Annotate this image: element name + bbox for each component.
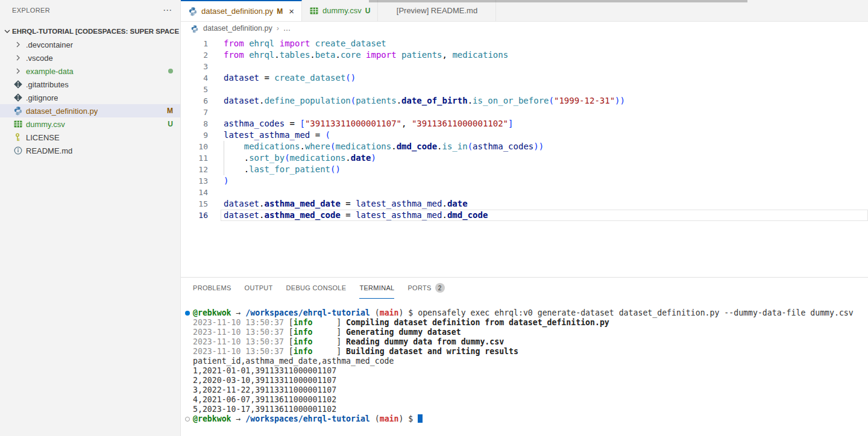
workspace-root-label: EHRQL-TUTORIAL [CODESPACES: SUPER SPACE … bbox=[12, 28, 180, 35]
code-line-3[interactable]: 3 bbox=[181, 61, 868, 72]
panel-tab-problems[interactable]: PROBLEMS bbox=[193, 278, 231, 299]
code-text: .sort_by(medications.date) bbox=[224, 152, 376, 164]
line-number: 7 bbox=[181, 107, 208, 118]
explorer-sidebar: EXPLORER ⋯ EHRQL-TUTORIAL [CODESPACES: S… bbox=[0, 0, 181, 436]
line-number: 5 bbox=[181, 84, 208, 95]
gutter-gap bbox=[208, 129, 224, 141]
panel-tab-ports[interactable]: PORTS2 bbox=[407, 278, 444, 299]
folder-item-.vscode[interactable]: .vscode bbox=[0, 51, 180, 64]
code-text: from ehrql import create_dataset bbox=[224, 38, 386, 49]
git-icon bbox=[13, 79, 23, 89]
code-line-8[interactable]: 8asthma_codes = ["39113311000001107", "3… bbox=[181, 118, 868, 129]
code-line-9[interactable]: 9latest_asthma_med = ( bbox=[181, 129, 868, 141]
code-line-1[interactable]: 1from ehrql import create_dataset bbox=[181, 38, 868, 49]
panel-tab-terminal[interactable]: TERMINAL bbox=[359, 278, 394, 299]
breadcrumb-separator: › bbox=[277, 24, 279, 33]
ports-count-badge: 2 bbox=[435, 283, 445, 293]
breadcrumb-file[interactable]: dataset_definition.py bbox=[203, 24, 272, 33]
file-label: .gitattributes bbox=[26, 80, 69, 89]
workspace-root-item[interactable]: EHRQL-TUTORIAL [CODESPACES: SUPER SPACE … bbox=[0, 25, 180, 38]
gutter-gap bbox=[208, 175, 224, 187]
terminal-line-10[interactable]: 4,2021-06-07,39113611000001102 bbox=[193, 395, 868, 405]
code-text: dataset.define_population(patients.date_… bbox=[224, 95, 625, 107]
git-status-badge: M bbox=[167, 107, 173, 115]
gutter-gap bbox=[208, 107, 224, 118]
panel-tab-label: PROBLEMS bbox=[193, 284, 231, 291]
terminal-line-1[interactable]: @rebkwok → /workspaces/ehrql-tutorial (m… bbox=[193, 308, 868, 318]
file-item-LICENSE[interactable]: LICENSE bbox=[0, 131, 180, 144]
git-status-badge: U bbox=[365, 7, 371, 15]
code-line-6[interactable]: 6dataset.define_population(patients.date… bbox=[181, 95, 868, 107]
panel-tab-debug-console[interactable]: DEBUG CONSOLE bbox=[286, 278, 347, 299]
terminal[interactable]: @rebkwok → /workspaces/ehrql-tutorial (m… bbox=[181, 299, 868, 424]
gutter-gap bbox=[208, 152, 224, 164]
code-line-2[interactable]: 2from ehrql.tables.beta.core import pati… bbox=[181, 49, 868, 61]
terminal-cursor bbox=[418, 414, 423, 423]
terminal-line-7[interactable]: 1,2021-01-01,39113311000001107 bbox=[193, 366, 868, 376]
file-label: example-data bbox=[26, 67, 74, 76]
terminal-line-3[interactable]: 2023-11-10 13:50:37 [info ] Generating d… bbox=[193, 328, 868, 337]
gutter-gap bbox=[208, 210, 224, 221]
terminal-line-9[interactable]: 3,2022-11-22,39113311000001107 bbox=[193, 385, 868, 395]
file-item-dummy.csv[interactable]: dummy.csvU bbox=[0, 117, 180, 131]
csv-icon bbox=[309, 6, 319, 16]
csv-icon bbox=[13, 119, 23, 129]
file-label: README.md bbox=[26, 146, 72, 155]
panel-tab-bar: PROBLEMSOUTPUTDEBUG CONSOLETERMINALPORTS… bbox=[181, 278, 868, 299]
panel-tab-output[interactable]: OUTPUT bbox=[245, 278, 273, 299]
explorer-header: EXPLORER ⋯ bbox=[0, 0, 180, 20]
code-line-13[interactable]: 13) bbox=[181, 175, 868, 187]
file-label: dataset_definition.py bbox=[26, 107, 98, 116]
gutter-gap bbox=[208, 84, 224, 95]
code-line-16[interactable]: 16dataset.asthma_med_code = latest_asthm… bbox=[181, 210, 868, 221]
folder-item-.devcontainer[interactable]: .devcontainer bbox=[0, 38, 180, 51]
tab-dummy.csv[interactable]: dummy.csvU bbox=[302, 0, 378, 21]
terminal-line-12[interactable]: @rebkwok → /workspaces/ehrql-tutorial (m… bbox=[193, 414, 868, 424]
breadcrumb-more[interactable]: … bbox=[283, 24, 291, 33]
code-line-5[interactable]: 5 bbox=[181, 84, 868, 95]
terminal-line-4[interactable]: 2023-11-10 13:50:37 [info ] Reading dumm… bbox=[193, 337, 868, 347]
code-editor[interactable]: 1from ehrql import create_dataset2from e… bbox=[181, 35, 868, 277]
panel-tab-label: OUTPUT bbox=[245, 284, 273, 291]
file-item-.gitignore[interactable]: .gitignore bbox=[0, 91, 180, 104]
code-line-15[interactable]: 15dataset.asthma_med_date = latest_asthm… bbox=[181, 198, 868, 210]
line-number: 4 bbox=[181, 72, 208, 84]
git-status-badge: M bbox=[277, 7, 283, 16]
terminal-line-8[interactable]: 2,2020-03-10,39113311000001107 bbox=[193, 376, 868, 385]
terminal-line-6[interactable]: patient_id,asthma_med_date,asthma_med_co… bbox=[193, 357, 868, 366]
gutter-gap bbox=[208, 198, 224, 210]
close-icon[interactable]: × bbox=[289, 6, 294, 16]
terminal-line-11[interactable]: 5,2023-10-17,39113611000001102 bbox=[193, 405, 868, 414]
code-text: .last_for_patient() bbox=[224, 164, 341, 175]
code-text: from ehrql.tables.beta.core import patie… bbox=[224, 49, 508, 61]
more-actions-icon[interactable]: ⋯ bbox=[163, 7, 172, 13]
file-label: .gitignore bbox=[26, 93, 58, 102]
line-number: 13 bbox=[181, 175, 208, 187]
code-line-11[interactable]: 11 .sort_by(medications.date) bbox=[181, 152, 868, 164]
file-item-dataset_definition.py[interactable]: dataset_definition.pyM bbox=[0, 104, 180, 117]
untracked-dot-badge bbox=[168, 69, 173, 73]
file-item-.gitattributes[interactable]: .gitattributes bbox=[0, 78, 180, 91]
code-line-14[interactable]: 14 bbox=[181, 187, 868, 198]
python-icon bbox=[188, 7, 198, 16]
tab-scrollbar[interactable] bbox=[369, 0, 747, 2]
tab-dataset-definition.py[interactable]: dataset_definition.pyM× bbox=[181, 0, 302, 21]
git-status-badge: U bbox=[168, 120, 173, 128]
gutter-gap bbox=[208, 49, 224, 61]
code-line-7[interactable]: 7 bbox=[181, 107, 868, 118]
terminal-line-2[interactable]: 2023-11-10 13:50:37 [info ] Compiling da… bbox=[193, 318, 868, 328]
code-text: ) bbox=[224, 175, 228, 187]
line-number: 11 bbox=[181, 152, 208, 164]
terminal-line-5[interactable]: 2023-11-10 13:50:37 [info ] Building dat… bbox=[193, 347, 868, 357]
line-number: 16 bbox=[181, 210, 208, 221]
file-label: dummy.csv bbox=[26, 120, 65, 129]
gutter-gap bbox=[208, 187, 224, 198]
folder-item-example-data[interactable]: example-data bbox=[0, 64, 180, 78]
tab--preview-readme.md[interactable]: [Preview] README.md bbox=[378, 0, 496, 21]
file-item-README.md[interactable]: README.md bbox=[0, 144, 180, 157]
gutter-gap bbox=[208, 141, 224, 152]
code-line-4[interactable]: 4dataset = create_dataset() bbox=[181, 72, 868, 84]
tab-label: [Preview] README.md bbox=[397, 6, 477, 15]
code-line-10[interactable]: 10 medications.where(medications.dmd_cod… bbox=[181, 141, 868, 152]
code-line-12[interactable]: 12 .last_for_patient() bbox=[181, 164, 868, 175]
